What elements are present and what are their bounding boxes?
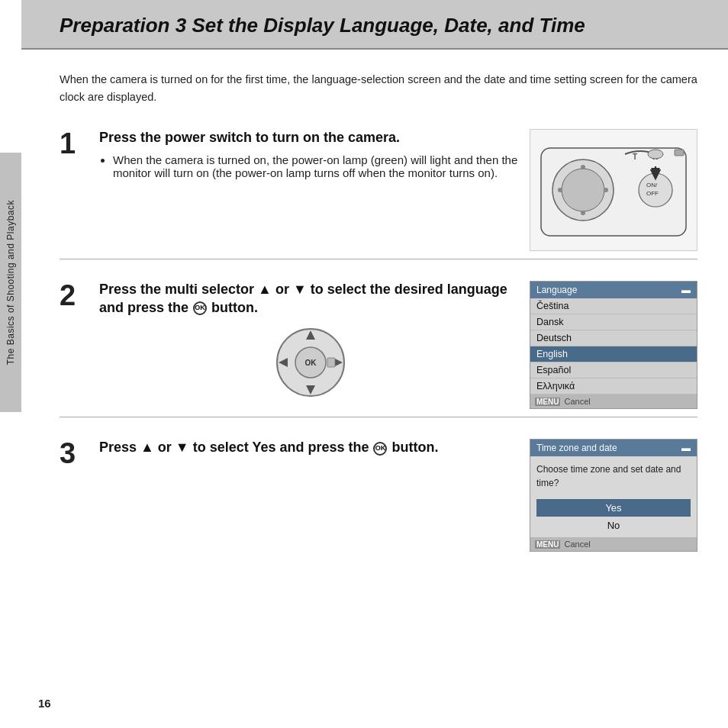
svg-point-4 — [581, 211, 585, 215]
camera-diagram: T W ON/ OFF — [530, 129, 697, 251]
page-title: Preparation 3 Set the Display Language, … — [60, 14, 697, 37]
svg-point-3 — [581, 165, 585, 169]
step-3-image: Time zone and date ▬ Choose time zone an… — [522, 439, 697, 552]
tz-option-no: No — [536, 517, 691, 534]
lang-item-4: Español — [530, 362, 697, 378]
step-1-image: T W ON/ OFF — [522, 129, 697, 251]
step-1-number: 1 — [60, 129, 99, 158]
page-header: Preparation 3 Set the Display Language, … — [21, 0, 728, 50]
step-1-bullets: When the camera is turned on, the power-… — [113, 153, 522, 179]
svg-point-2 — [562, 169, 604, 211]
lang-screen-body: Čeština Dansk Deutsch English Español Ελ… — [530, 298, 697, 395]
tz-screen-footer: MENU Cancel — [530, 537, 697, 551]
page-number: 16 — [38, 697, 51, 710]
intro-text: When the camera is turned on for the fir… — [60, 71, 697, 106]
svg-text:T: T — [633, 153, 637, 161]
lang-item-3: English — [530, 346, 697, 362]
tz-option-yes: Yes — [536, 499, 691, 517]
tz-screen-header: Time zone and date ▬ — [530, 440, 697, 456]
language-screen: Language ▬ Čeština Dansk Deutsch English… — [530, 281, 697, 409]
svg-point-5 — [558, 188, 562, 192]
step-2: 2 Press the multi selector ▲ or ▼ to sel… — [60, 281, 697, 409]
svg-text:OK: OK — [305, 359, 317, 367]
svg-text:OFF: OFF — [646, 190, 659, 197]
tz-screen-icon: ▬ — [681, 443, 691, 453]
divider-1 — [60, 259, 697, 259]
step-1-content: Press the power switch to turn on the ca… — [99, 129, 522, 180]
step-2-content: Press the multi selector ▲ or ▼ to selec… — [99, 281, 522, 401]
lang-item-0: Čeština — [530, 298, 697, 314]
lang-screen-footer: MENU Cancel — [530, 395, 697, 408]
lang-screen-header: Language ▬ — [530, 282, 697, 298]
step-3-title: Press ▲ or ▼ to select Yes and press the… — [99, 439, 522, 456]
multi-selector-diagram: OK — [99, 324, 522, 401]
svg-point-6 — [604, 188, 608, 192]
sidebar-tab-label: The Basics of Shooting and Playback — [5, 200, 16, 365]
step-1: 1 Press the power switch to turn on the … — [60, 129, 697, 251]
svg-rect-21 — [327, 358, 335, 367]
svg-text:ON/: ON/ — [646, 182, 658, 188]
divider-2 — [60, 417, 697, 417]
selector-svg: OK — [272, 324, 349, 401]
step-2-title: Press the multi selector ▲ or ▼ to selec… — [99, 281, 522, 317]
svg-rect-13 — [675, 150, 684, 156]
step-3: 3 Press ▲ or ▼ to select Yes and press t… — [60, 439, 697, 552]
menu-label: MENU — [535, 398, 560, 406]
svg-point-12 — [648, 150, 663, 159]
tz-menu-label: MENU — [535, 540, 560, 549]
tz-screen-body: Choose time zone and set date and time? … — [530, 456, 697, 537]
step-2-number: 2 — [60, 281, 99, 310]
step-3-number: 3 — [60, 439, 99, 468]
lang-item-5: Ελληνικά — [530, 378, 697, 395]
step-2-image: Language ▬ Čeština Dansk Deutsch English… — [522, 281, 697, 409]
lang-item-2: Deutsch — [530, 330, 697, 346]
ok-button-icon-2: OK — [193, 301, 207, 315]
ok-button-icon-3: OK — [373, 442, 387, 456]
lang-screen-icon: ▬ — [681, 285, 691, 295]
lang-item-1: Dansk — [530, 314, 697, 330]
step-3-content: Press ▲ or ▼ to select Yes and press the… — [99, 439, 522, 462]
camera-svg: T W ON/ OFF — [533, 133, 694, 247]
sidebar-tab: The Basics of Shooting and Playback — [0, 153, 21, 412]
step-1-title: Press the power switch to turn on the ca… — [99, 129, 522, 147]
step-1-bullet-0: When the camera is turned on, the power-… — [113, 153, 522, 179]
timezone-screen: Time zone and date ▬ Choose time zone an… — [530, 439, 697, 552]
